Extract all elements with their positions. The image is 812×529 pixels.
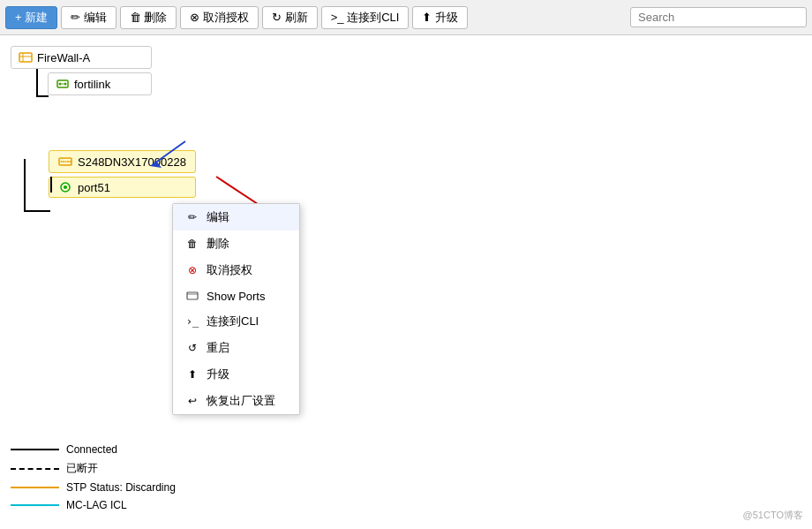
firewall-icon (19, 50, 33, 64)
delete-button[interactable]: 🗑 删除 (120, 6, 177, 29)
svg-line-17 (216, 177, 260, 206)
upgrade-button[interactable]: ⬆ 升级 (412, 6, 468, 29)
context-restart-label: 重启 (207, 340, 229, 356)
mc-lag-label: MC-LAG ICL (66, 499, 127, 511)
legend-mc-lag: MC-LAG ICL (11, 499, 176, 511)
fortilink-node[interactable]: fortilink (48, 72, 152, 95)
cli-icon: ›_ (185, 314, 199, 329)
switch-icon (58, 155, 72, 169)
context-menu: ✏ 编辑 🗑 删除 ⊗ 取消授权 Show Ports ›_ 连接到CLI ↺ (172, 203, 300, 415)
firewall-label: FireWall-A (37, 51, 90, 64)
main-content: FireWall-A fortilink (0, 35, 812, 529)
svg-point-14 (64, 185, 67, 189)
firewall-node[interactable]: FireWall-A (11, 46, 152, 69)
context-menu-revoke[interactable]: ⊗ 取消授权 (173, 257, 299, 283)
new-button[interactable]: + 新建 (5, 6, 57, 29)
disconnected-label: 已断开 (66, 461, 98, 476)
device-name: S248DN3X17000228 (78, 155, 186, 169)
legend: Connected 已断开 STP Status: Discarding MC-… (11, 443, 176, 511)
context-menu-restart[interactable]: ↺ 重启 (173, 335, 299, 361)
context-menu-show-ports[interactable]: Show Ports (173, 283, 299, 308)
delete-icon: 🗑 (185, 237, 199, 251)
context-delete-label: 删除 (207, 236, 229, 252)
legend-disconnected: 已断开 (11, 461, 176, 476)
svg-point-11 (67, 161, 69, 162)
port-label: port51 (78, 181, 110, 194)
search-input[interactable] (630, 7, 807, 27)
stp-line (11, 487, 59, 488)
refresh-button[interactable]: ↻ 刷新 (262, 6, 318, 29)
restart-icon: ↺ (185, 341, 199, 355)
svg-point-12 (70, 161, 71, 162)
connected-label: Connected (66, 443, 117, 456)
port-node[interactable]: port51 (49, 177, 196, 198)
context-menu-factory-reset[interactable]: ↩ 恢复出厂设置 (173, 388, 299, 414)
mc-lag-line (11, 504, 59, 506)
svg-point-4 (59, 83, 62, 86)
context-cli-label: 连接到CLI (207, 314, 259, 329)
fortilink-icon (56, 77, 70, 91)
legend-stp: STP Status: Discarding (11, 481, 176, 494)
device-node[interactable]: S248DN3X17000228 (49, 150, 196, 173)
context-factory-reset-label: 恢复出厂设置 (207, 393, 275, 409)
context-menu-delete[interactable]: 🗑 删除 (173, 230, 299, 257)
cli-button[interactable]: >_ 连接到CLI (321, 6, 410, 29)
svg-rect-19 (187, 292, 198, 299)
svg-point-8 (61, 161, 63, 162)
port-icon (58, 180, 72, 194)
legend-connected: Connected (11, 443, 176, 456)
context-show-ports-label: Show Ports (207, 290, 265, 303)
context-menu-upgrade[interactable]: ⬆ 升级 (173, 361, 299, 388)
revoke-button[interactable]: ⊗ 取消授权 (180, 6, 259, 29)
context-edit-label: 编辑 (207, 209, 229, 225)
stp-label: STP Status: Discarding (66, 481, 176, 494)
edit-icon: ✏ (185, 210, 199, 224)
svg-point-9 (63, 161, 64, 162)
svg-rect-0 (19, 53, 32, 62)
context-menu-cli[interactable]: ›_ 连接到CLI (173, 308, 299, 335)
watermark: @51CTO博客 (743, 509, 803, 522)
context-revoke-label: 取消授权 (207, 262, 252, 278)
factory-reset-icon: ↩ (185, 394, 199, 408)
device-container: S248DN3X17000228 port51 (49, 150, 196, 198)
disconnected-line (11, 468, 59, 470)
connected-line (11, 449, 59, 450)
context-menu-edit[interactable]: ✏ 编辑 (173, 204, 299, 230)
edit-button[interactable]: ✏ 编辑 (61, 6, 117, 29)
svg-point-5 (64, 83, 67, 86)
tree-panel: FireWall-A fortilink (11, 46, 152, 99)
revoke-icon: ⊗ (185, 263, 199, 277)
svg-point-10 (65, 161, 67, 162)
upgrade-icon: ⬆ (185, 367, 199, 382)
toolbar: + 新建 ✏ 编辑 🗑 删除 ⊗ 取消授权 ↻ 刷新 >_ 连接到CLI ⬆ 升… (0, 0, 812, 35)
show-ports-icon (185, 289, 199, 303)
fortilink-label: fortilink (74, 78, 110, 91)
context-upgrade-label: 升级 (207, 367, 229, 382)
